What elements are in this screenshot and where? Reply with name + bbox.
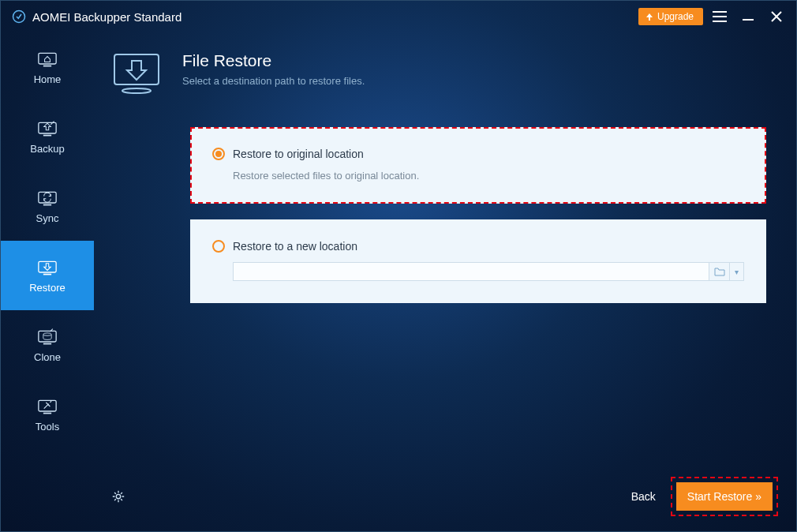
sidebar-item-tools[interactable]: Tools	[1, 380, 94, 449]
content-area: File Restore Select a destination path t…	[111, 51, 774, 476]
sidebar-item-restore[interactable]: Restore	[1, 241, 94, 310]
upgrade-button[interactable]: Upgrade	[638, 8, 703, 25]
radio-original-location[interactable]: Restore to original location	[212, 148, 744, 160]
radio-new-location[interactable]: Restore to a new location	[212, 240, 744, 253]
option-description: Restore selected files to original locat…	[233, 170, 744, 182]
svg-point-18	[43, 332, 51, 335]
option-restore-new[interactable]: Restore to a new location ▾	[190, 219, 766, 303]
svg-point-22	[122, 88, 151, 93]
chevron-down-icon: ▾	[735, 268, 739, 276]
app-window: AOMEI Backupper Standard Upgrade	[0, 0, 797, 532]
page-header: File Restore Select a destination path t…	[111, 51, 774, 96]
destination-path-input[interactable]	[233, 262, 709, 281]
app-logo-icon	[12, 9, 26, 24]
settings-gear-icon[interactable]	[111, 489, 125, 504]
minimize-icon[interactable]	[736, 6, 760, 28]
svg-rect-11	[43, 134, 51, 136]
option-label: Restore to original location	[233, 148, 364, 160]
svg-rect-9	[43, 65, 51, 66]
svg-rect-3	[713, 21, 727, 22]
sidebar-item-clone[interactable]: Clone	[1, 310, 94, 380]
svg-rect-12	[39, 192, 56, 203]
footer-bar: Back Start Restore »	[111, 481, 774, 512]
file-restore-icon	[111, 51, 162, 96]
svg-rect-19	[39, 400, 56, 411]
svg-point-5	[713, 16, 714, 17]
clone-icon	[36, 328, 58, 347]
svg-point-6	[713, 21, 714, 22]
start-restore-highlight: Start Restore »	[675, 481, 774, 512]
option-restore-original[interactable]: Restore to original location Restore sel…	[190, 127, 766, 204]
sidebar-item-home[interactable]: Home	[1, 32, 94, 102]
restore-options: Restore to original location Restore sel…	[190, 127, 766, 303]
menu-icon[interactable]	[708, 6, 732, 28]
sidebar-item-label: Tools	[36, 421, 59, 433]
option-label: Restore to a new location	[233, 240, 357, 253]
titlebar-left: AOMEI Backupper Standard	[12, 9, 181, 24]
sidebar-item-label: Backup	[30, 143, 64, 155]
restore-icon	[36, 258, 58, 277]
sidebar-item-label: Clone	[34, 351, 61, 363]
svg-rect-13	[43, 204, 51, 205]
sidebar-item-label: Sync	[36, 212, 59, 224]
sidebar-item-label: Home	[34, 73, 62, 85]
svg-rect-7	[743, 19, 754, 21]
titlebar-right: Upgrade	[638, 6, 788, 28]
footer-left	[111, 489, 125, 504]
titlebar: AOMEI Backupper Standard Upgrade	[1, 1, 796, 32]
page-subtitle: Select a destination path to restore fil…	[182, 75, 365, 87]
path-dropdown-button[interactable]: ▾	[730, 262, 744, 281]
sidebar-item-label: Restore	[29, 282, 65, 294]
page-title: File Restore	[182, 51, 365, 70]
svg-rect-10	[39, 122, 56, 133]
back-button[interactable]: Back	[627, 482, 660, 511]
app-name: AOMEI Backupper Standard	[32, 10, 181, 24]
svg-rect-15	[43, 273, 51, 275]
sidebar: Home Backup Sync Res	[1, 32, 94, 531]
footer-right: Back Start Restore »	[627, 481, 774, 512]
svg-rect-2	[713, 16, 727, 17]
radio-selected-icon	[212, 148, 225, 160]
svg-point-4	[713, 11, 714, 13]
folder-icon	[714, 267, 725, 276]
svg-rect-17	[43, 343, 51, 344]
home-icon	[36, 50, 58, 69]
upgrade-label: Upgrade	[657, 11, 694, 22]
sidebar-item-sync[interactable]: Sync	[1, 171, 94, 241]
upgrade-icon	[645, 12, 654, 21]
start-restore-button[interactable]: Start Restore »	[676, 482, 773, 511]
radio-unselected-icon	[212, 240, 225, 253]
browse-folder-button[interactable]	[709, 262, 730, 281]
svg-rect-1	[713, 11, 727, 13]
svg-rect-16	[39, 331, 56, 342]
backup-icon	[36, 119, 58, 138]
tools-icon	[36, 397, 58, 416]
sidebar-item-backup[interactable]: Backup	[1, 102, 94, 171]
close-icon[interactable]	[765, 6, 788, 28]
sync-icon	[36, 189, 58, 208]
destination-path-row: ▾	[233, 262, 744, 281]
svg-rect-20	[43, 412, 51, 414]
svg-point-23	[116, 494, 120, 498]
